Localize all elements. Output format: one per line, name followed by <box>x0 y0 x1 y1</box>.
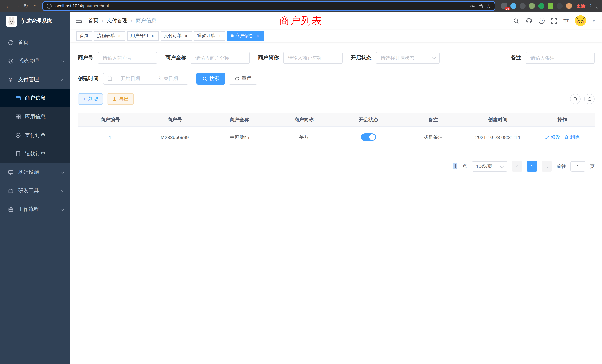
sidebar-item-refund-orders[interactable]: 退款订单 <box>0 145 70 163</box>
sidebar-item-merchant-info[interactable]: 商户信息 <box>0 89 70 107</box>
tab-user-group[interactable]: 用户分组× <box>127 31 159 41</box>
export-button[interactable]: 导出 <box>107 93 134 105</box>
browser-reload-button[interactable]: ↻ <box>22 3 30 9</box>
avatar-caret-icon[interactable] <box>592 20 595 22</box>
share-icon[interactable] <box>478 3 484 9</box>
tab-close-icon[interactable]: × <box>117 33 122 38</box>
merchant-no-input[interactable] <box>98 52 157 64</box>
browser-home-button[interactable]: ⌂ <box>30 3 39 9</box>
bookmark-star-icon[interactable]: ☆ <box>486 3 491 9</box>
column-header: 商户号 <box>142 113 207 126</box>
sidebar-item-app-info[interactable]: 应用信息 <box>0 107 70 126</box>
breadcrumb-home[interactable]: 首页 <box>88 17 99 24</box>
url-bar[interactable]: i localhost:1024/pay/merchant ☆ <box>43 2 494 10</box>
user-avatar[interactable] <box>575 15 586 26</box>
next-page-button[interactable] <box>542 161 552 172</box>
tab-process-form[interactable]: 流程表单× <box>94 31 125 41</box>
chevron-down-icon <box>61 59 64 62</box>
extension-icon-4[interactable] <box>529 3 535 9</box>
cell-created-at: 2021-10-23 08:31:14 <box>465 127 530 148</box>
sidebar-item-payment-orders[interactable]: 支付订单 <box>0 126 70 145</box>
short-name-input[interactable] <box>283 52 343 64</box>
sidebar-item-label: 应用信息 <box>25 113 46 120</box>
reset-button-label: 重置 <box>242 75 251 82</box>
sidebar-item-home[interactable]: 首页 <box>0 33 70 52</box>
top-navbar: 首页 / 支付管理 / 商户信息 商户列表 ? <box>70 12 602 30</box>
sidebar-item-infrastructure[interactable]: 基础设施 <box>0 163 70 182</box>
tab-merchant-info[interactable]: 商户信息× <box>227 31 264 41</box>
extensions-area: 10 <box>501 3 572 9</box>
status-toggle[interactable] <box>361 133 376 141</box>
target-icon <box>15 132 21 139</box>
page-annotation: 商户列表 <box>280 14 322 27</box>
edit-link[interactable]: 修改 <box>545 134 560 140</box>
browser-update-button[interactable]: 更新 <box>576 3 585 9</box>
sidebar-item-dev-tools[interactable]: 研发工具 <box>0 182 70 200</box>
tab-close-icon[interactable]: × <box>183 33 189 38</box>
toggle-search-icon[interactable] <box>570 94 580 104</box>
tab-label: 退款订单 <box>197 33 215 39</box>
sidebar-item-payment[interactable]: ¥ 支付管理 <box>0 70 70 89</box>
table-row: 1 M233666999 芋道源码 芋艿 我是备注 2021-10-23 08:… <box>78 127 595 148</box>
search-button[interactable]: 搜索 <box>196 73 225 85</box>
reset-button[interactable]: 重置 <box>229 73 257 85</box>
extension-icon-5[interactable] <box>538 3 544 9</box>
chevron-down-icon <box>61 207 64 211</box>
full-name-input[interactable] <box>191 52 250 64</box>
goto-page-input[interactable] <box>570 161 585 172</box>
tab-close-icon[interactable]: × <box>150 33 155 38</box>
chevron-right-icon <box>545 165 548 168</box>
document-icon <box>15 151 21 157</box>
chevron-up-icon <box>61 79 64 82</box>
plus-icon: + <box>83 96 86 102</box>
cell-merchant-no: 1 <box>78 127 142 148</box>
app-logo[interactable]: 芋道管理系统 <box>0 12 70 30</box>
extension-icon-2[interactable] <box>510 3 516 9</box>
column-header: 商户简称 <box>272 113 336 126</box>
add-button[interactable]: + 新增 <box>78 93 103 105</box>
sidebar-item-system[interactable]: 系统管理 <box>0 52 70 70</box>
delete-link[interactable]: 删除 <box>564 134 580 140</box>
extension-icon-6[interactable] <box>548 3 553 9</box>
extension-icon-1[interactable]: 10 <box>501 3 507 9</box>
table-header-row: 商户编号 商户号 商户全称 商户简称 开启状态 备注 创建时间 操作 <box>78 113 595 127</box>
tab-close-icon[interactable]: × <box>255 33 260 38</box>
chevron-left-icon <box>516 165 519 168</box>
browser-forward-button[interactable]: → <box>13 3 22 9</box>
payment-submenu: 商户信息 应用信息 支付订单 <box>0 89 70 163</box>
sidebar-item-label: 支付订单 <box>25 132 46 139</box>
github-icon[interactable] <box>526 17 532 24</box>
monitor-icon <box>7 169 14 175</box>
page-number-button[interactable]: 1 <box>527 161 537 172</box>
browser-menu-icon[interactable]: ⋮ <box>588 3 593 9</box>
browser-back-button[interactable]: ← <box>4 3 13 9</box>
sidebar-toggle-icon[interactable] <box>76 17 82 24</box>
url-text[interactable]: localhost:1024/pay/merchant <box>54 4 467 8</box>
remark-input[interactable] <box>526 52 595 64</box>
site-info-icon[interactable]: i <box>47 3 52 8</box>
breadcrumb-payment[interactable]: 支付管理 <box>107 17 128 24</box>
password-key-icon[interactable] <box>470 3 475 9</box>
toolbar-caret-icon[interactable] <box>596 6 599 9</box>
logo-avatar <box>6 16 17 27</box>
prev-page-button[interactable] <box>512 161 522 172</box>
status-select[interactable] <box>376 52 440 64</box>
sidebar-item-workflow[interactable]: 工作流程 <box>0 200 70 219</box>
extension-icon-3[interactable] <box>520 3 526 9</box>
export-button-label: 导出 <box>119 96 129 102</box>
font-size-icon[interactable]: TT <box>563 18 569 24</box>
refresh-icon[interactable] <box>584 94 595 104</box>
tab-label: 首页 <box>80 33 89 39</box>
extension-icon-7[interactable] <box>557 3 563 9</box>
search-icon[interactable] <box>513 18 519 24</box>
tab-close-icon[interactable]: × <box>217 33 222 38</box>
page-size-select[interactable]: 10条/页 <box>472 161 507 172</box>
tab-payment-orders[interactable]: 支付订单× <box>161 31 192 41</box>
extension-icon-8[interactable] <box>566 3 572 9</box>
tab-home[interactable]: 首页 <box>76 31 92 41</box>
total-rest: 1 条 <box>459 163 467 169</box>
help-icon[interactable]: ? <box>539 18 545 24</box>
fullscreen-icon[interactable] <box>551 18 557 24</box>
date-range-picker[interactable]: 开始日期 - 结束日期 <box>103 73 188 85</box>
tab-refund-orders[interactable]: 退款订单× <box>194 31 225 41</box>
